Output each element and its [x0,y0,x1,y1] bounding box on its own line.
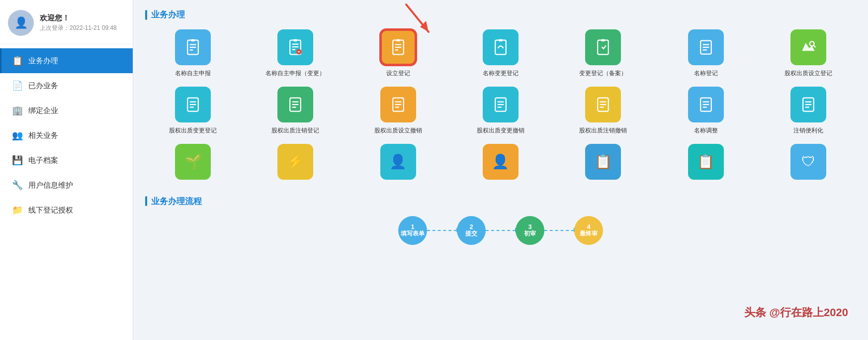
biz-item-name-self-report[interactable]: 名称自主申报 [145,29,241,78]
flow-circle-0: 1填写表单 [398,216,427,245]
biz-item-item19[interactable]: 📋 [555,144,651,184]
biz-item-equity-pledge-cancel-revoke[interactable]: 股权出质注销撤销 [555,87,651,135]
biz-label-equity-pledge-change: 股权出质变更登记 [169,126,217,135]
biz-icon-name-register [688,29,724,65]
biz-icon-cancel-convenience [790,87,826,122]
flow-step-2: 3初审 [516,216,544,245]
biz-item-cancel-convenience[interactable]: 注销便利化 [761,87,856,135]
biz-icon-name-self-report-change [277,29,313,65]
flow-circle-3: 4最终审 [574,216,603,245]
biz-item-name-register[interactable]: 名称登记 [658,29,753,78]
biz-icon-equity-pledge-change [175,87,211,122]
biz-icon-item16: ⚡ [277,144,313,180]
svg-line-28 [814,45,816,47]
biz-section-title: 业务办理 [145,9,856,20]
biz-item-name-self-report-change[interactable]: 名称自主申报（变更） [248,29,343,78]
sidebar-label-biz-handle: 业务办理 [28,56,58,66]
flow-circle-2: 3初审 [516,216,544,245]
sidebar: 👤 欢迎您！ 上次登录：2022-11-21 09:48 📋业务办理📄已办业务🏢… [0,0,133,340]
flow-arrow-2 [544,230,574,231]
biz-icon-change-register-record [585,29,621,65]
step-label-0: 填写表单 [401,230,425,237]
biz-label-equity-pledge-setup: 股权出质设立登记 [784,69,832,78]
sidebar-icon-biz-handle: 📋 [11,55,23,66]
step-label-3: 最终审 [580,230,598,237]
biz-item-equity-pledge-change[interactable]: 股权出质变更登记 [145,87,241,135]
sidebar-icon-offline-auth: 📁 [11,205,23,216]
biz-icon-item19: 📋 [585,144,621,180]
workflow-flow: 1填写表单2提交3初审4最终审 [145,216,856,250]
biz-icon-equity-pledge-setup-revoke [380,87,416,122]
workflow-section: 业务办理流程 1填写表单2提交3初审4最终审 [145,196,856,250]
biz-label-equity-pledge-setup-revoke: 股权出质设立撤销 [374,126,422,135]
sidebar-label-related-biz: 相关业务 [28,131,58,140]
biz-item-item16[interactable]: ⚡ [248,144,343,184]
biz-item-item18[interactable]: 👤 [453,144,548,184]
sidebar-item-offline-auth[interactable]: 📁线下登记授权 [0,198,133,223]
sidebar-icon-done-biz: 📄 [11,80,23,91]
sidebar-label-e-archive: 电子档案 [28,156,58,165]
main-content: 业务办理 名称自主申报名称自主申报（变更） 设立登记名称变更登记变更登记（备案）… [133,0,868,340]
biz-icon-equity-pledge-cancel-reg [277,87,313,122]
sidebar-item-e-archive[interactable]: 💾电子档案 [0,148,133,173]
avatar: 👤 [8,10,34,36]
biz-item-equity-pledge-setup-revoke[interactable]: 股权出质设立撤销 [350,87,446,135]
svg-rect-21 [598,40,608,55]
sidebar-item-user-maintain[interactable]: 🔧用户信息维护 [0,173,133,198]
biz-icon-equity-pledge-change-revoke [483,87,519,122]
biz-item-name-change-register[interactable]: 名称变更登记 [453,29,548,78]
sidebar-icon-user-maintain: 🔧 [11,180,23,191]
sidebar-label-user-maintain: 用户信息维护 [28,181,73,190]
step-num-0: 1 [411,224,414,230]
flow-step-0: 1填写表单 [398,216,427,245]
biz-label-name-change-register: 名称变更登记 [483,69,519,78]
flow-circle-1: 2提交 [457,216,486,245]
svg-marker-18 [420,21,429,32]
svg-rect-19 [495,40,506,55]
biz-item-equity-pledge-setup[interactable]: 股权出质设立登记 [761,29,856,78]
biz-item-equity-pledge-change-revoke[interactable]: 股权出质变更撤销 [453,87,548,135]
step-label-2: 初审 [524,230,536,237]
biz-label-name-register: 名称登记 [694,69,718,78]
sidebar-item-related-biz[interactable]: 👥相关业务 [0,123,133,148]
svg-rect-22 [602,39,605,42]
biz-icon-name-change-register [483,29,519,65]
step-num-2: 3 [528,224,531,230]
sidebar-item-bind-company[interactable]: 🏢绑定企业 [0,98,133,123]
biz-grid: 名称自主申报名称自主申报（变更） 设立登记名称变更登记变更登记（备案）名称登记股… [145,29,856,184]
biz-item-name-adjust[interactable]: 名称调整 [658,87,753,135]
biz-icon-item20: 📋 [688,144,724,180]
biz-label-setup-register: 设立登记 [386,69,410,78]
biz-icon-item15: 🌱 [175,144,211,180]
biz-item-equity-pledge-cancel-reg[interactable]: 股权出质注销登记 [248,87,343,135]
user-greeting: 欢迎您！ [40,13,117,23]
step-num-3: 4 [587,224,590,230]
sidebar-label-bind-company: 绑定企业 [28,106,58,115]
biz-item-item21[interactable]: 🛡 [761,144,856,184]
sidebar-icon-e-archive: 💾 [11,155,23,166]
svg-rect-4 [191,39,195,42]
biz-icon-item18: 👤 [483,144,519,180]
flow-step-1: 2提交 [457,216,486,245]
biz-label-equity-pledge-cancel-reg: 股权出质注销登记 [271,126,319,135]
flow-arrow-1 [486,230,516,231]
biz-label-equity-pledge-cancel-revoke: 股权出质注销撤销 [579,126,627,135]
step-label-1: 提交 [465,230,477,237]
biz-item-item17[interactable]: 👤 [350,144,446,184]
sidebar-item-biz-handle[interactable]: 📋业务办理 [0,48,133,73]
biz-icon-equity-pledge-cancel-revoke [585,87,621,122]
step-num-1: 2 [469,224,473,230]
biz-item-change-register-record[interactable]: 变更登记（备案） [555,29,651,78]
biz-label-equity-pledge-change-revoke: 股权出质变更撤销 [477,126,524,135]
biz-item-setup-register[interactable]: 设立登记 [350,29,446,78]
sidebar-item-done-biz[interactable]: 📄已办业务 [0,73,133,98]
sidebar-label-done-biz: 已办业务 [28,81,58,91]
biz-label-name-adjust: 名称调整 [694,126,718,135]
user-last-login: 上次登录：2022-11-21 09:48 [40,24,117,32]
svg-rect-9 [294,39,297,42]
sidebar-nav: 📋业务办理📄已办业务🏢绑定企业👥相关业务💾电子档案🔧用户信息维护📁线下登记授权 [0,48,133,223]
biz-item-item15[interactable]: 🌱 [145,144,241,184]
biz-label-cancel-convenience: 注销便利化 [793,126,823,135]
biz-label-name-self-report-change: 名称自主申报（变更） [265,69,325,78]
biz-item-item20[interactable]: 📋 [658,144,753,184]
